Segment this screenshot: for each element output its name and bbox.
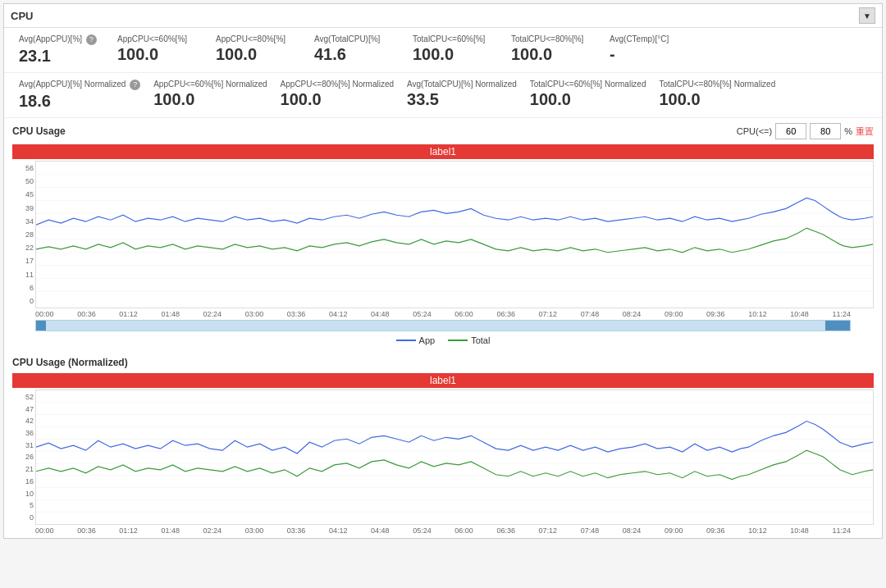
metric-label-totalcpu-60-norm: TotalCPU<=60%[%] Normalized — [530, 80, 646, 89]
metric-label-totalcpu-80: TotalCPU<=80%[%] — [511, 34, 596, 43]
metric-value-avg-totalcpu: 41.6 — [314, 45, 400, 64]
cpu-norm-xaxis: 00:00 00:36 01:12 01:48 02:24 03:00 03:3… — [12, 525, 874, 535]
metric-avg-ctemp: Avg(CTemp)[°C] - — [603, 33, 701, 67]
cpu-norm-chart-container: label1 52 47 42 36 31 26 21 16 10 5 0 — [12, 373, 874, 535]
metric-appcpu-60: AppCPU<=60%[%] 100.0 — [111, 33, 209, 67]
metric-label-appcpu-60-norm: AppCPU<=60%[%] Normalized — [153, 80, 267, 89]
metric-label-appcpu-60: AppCPU<=60%[%] — [117, 34, 203, 43]
metric-label-appcpu-80-norm: AppCPU<=80%[%] Normalized — [281, 80, 394, 89]
cpu-usage-chart-container: label1 56 50 45 39 34 28 22 17 11 6 0 — [12, 144, 874, 349]
cpu-norm-label-bar: label1 — [12, 373, 874, 388]
cpu-panel: CPU ▼ Avg(AppCPU)[%] ? 23.1 AppCPU<=60%[… — [3, 3, 883, 539]
metric-value-avg-appcpu: 23.1 — [19, 47, 104, 66]
metrics-row-1: Avg(AppCPU)[%] ? 23.1 AppCPU<=60%[%] 100… — [4, 28, 882, 73]
y-axis-norm-label: 10 — [14, 490, 34, 498]
metric-appcpu-80: AppCPU<=80%[%] 100.0 — [209, 33, 308, 67]
cpu-60-input[interactable]: 60 — [775, 123, 806, 139]
y-axis-label: 28 — [14, 230, 34, 239]
y-axis-label: 34 — [14, 217, 34, 226]
metric-totalcpu-60: TotalCPU<=60%[%] 100.0 — [406, 33, 505, 67]
metric-avg-appcpu-norm: Avg(AppCPU)[%] Normalized ? 18.6 — [12, 78, 147, 112]
y-axis-label: 45 — [14, 190, 34, 198]
metric-value-avg-appcpu-norm: 18.6 — [19, 92, 140, 111]
legend-line-app — [396, 340, 416, 341]
cpu-usage-chart — [36, 162, 873, 308]
metric-value-appcpu-60-norm: 100.0 — [153, 90, 267, 109]
legend-label-total: Total — [471, 335, 490, 345]
metrics-row-2: Avg(AppCPU)[%] Normalized ? 18.6 AppCPU<… — [4, 73, 882, 118]
reset-link[interactable]: 重置 — [856, 125, 874, 138]
y-axis-label: 11 — [14, 271, 34, 279]
metric-value-avg-ctemp: - — [610, 45, 695, 64]
metric-appcpu-80-norm: AppCPU<=80%[%] Normalized 100.0 — [274, 78, 400, 112]
scrollbar-track — [46, 321, 825, 330]
y-axis-norm-label: 21 — [14, 465, 34, 473]
cpu-usage-xaxis: 00:00 00:36 01:12 01:48 02:24 03:00 03:3… — [12, 308, 874, 318]
cpu-usage-title: CPU Usage — [12, 125, 66, 137]
metric-label-avg-appcpu: Avg(AppCPU)[%] ? — [19, 34, 104, 45]
legend-label-app: App — [419, 335, 436, 345]
percent-label: % — [844, 126, 852, 136]
cpu-80-input[interactable]: 80 — [810, 123, 841, 139]
metric-value-totalcpu-80-norm: 100.0 — [660, 90, 776, 109]
cpu-norm-chart — [36, 390, 873, 524]
y-axis-norm-label: 16 — [14, 477, 34, 485]
scrollbar-right-handle[interactable] — [825, 321, 850, 330]
metric-value-appcpu-80: 100.0 — [216, 45, 301, 64]
cpu-usage-scrollbar[interactable] — [35, 320, 851, 331]
metric-totalcpu-60-norm: TotalCPU<=60%[%] Normalized 100.0 — [523, 78, 653, 112]
metric-label-avg-appcpu-norm: Avg(AppCPU)[%] Normalized ? — [19, 80, 140, 90]
y-axis-label: 22 — [14, 244, 34, 252]
y-axis-norm-label: 47 — [14, 405, 34, 413]
metric-appcpu-60-norm: AppCPU<=60%[%] Normalized 100.0 — [147, 78, 273, 112]
y-axis-label: 0 — [14, 297, 34, 305]
metric-avg-totalcpu: Avg(TotalCPU)[%] 41.6 — [308, 33, 406, 67]
metric-label-avg-ctemp: Avg(CTemp)[°C] — [610, 34, 695, 43]
metric-totalcpu-80-norm: TotalCPU<=80%[%] Normalized 100.0 — [653, 78, 783, 112]
metric-avg-appcpu: Avg(AppCPU)[%] ? 23.1 — [12, 33, 111, 67]
metric-avg-totalcpu-norm: Avg(TotalCPU)[%] Normalized 33.5 — [400, 78, 523, 112]
cpu-usage-section-header: CPU Usage CPU(<=) 60 80 % 重置 — [4, 118, 882, 141]
cpu-usage-label-bar: label1 — [12, 144, 874, 159]
metric-value-totalcpu-80: 100.0 — [511, 45, 596, 64]
legend-item-total: Total — [448, 335, 490, 345]
legend-item-app: App — [396, 335, 436, 345]
y-axis-label: 56 — [14, 164, 34, 172]
metric-label-avg-totalcpu: Avg(TotalCPU)[%] — [314, 34, 400, 43]
y-axis-norm-label: 42 — [14, 417, 34, 425]
y-axis-norm-label: 5 — [14, 501, 34, 509]
metric-label-totalcpu-60: TotalCPU<=60%[%] — [413, 34, 498, 43]
y-axis-label: 17 — [14, 257, 34, 265]
metric-value-appcpu-60: 100.0 — [117, 45, 203, 64]
scrollbar-left-handle[interactable] — [36, 321, 46, 330]
cpu-controls: CPU(<=) 60 80 % 重置 — [737, 123, 874, 139]
metric-value-totalcpu-60: 100.0 — [413, 45, 498, 64]
metric-label-avg-totalcpu-norm: Avg(TotalCPU)[%] Normalized — [407, 80, 517, 89]
info-icon-avg-appcpu[interactable]: ? — [86, 34, 97, 45]
metric-value-avg-totalcpu-norm: 33.5 — [407, 90, 517, 109]
y-axis-label: 39 — [14, 204, 34, 212]
y-axis-label: 6 — [14, 284, 34, 292]
y-axis-norm-label: 0 — [14, 513, 34, 522]
metric-label-totalcpu-80-norm: TotalCPU<=80%[%] Normalized — [660, 80, 776, 89]
panel-header: CPU ▼ — [4, 4, 882, 28]
y-axis-norm-label: 36 — [14, 429, 34, 437]
y-axis-norm-label: 31 — [14, 441, 34, 449]
y-axis-label: 50 — [14, 177, 34, 185]
cpu-norm-section-header: CPU Usage (Normalized) — [4, 352, 882, 370]
metric-label-appcpu-80: AppCPU<=80%[%] — [216, 34, 301, 43]
cpu-le-label: CPU(<=) — [737, 126, 772, 136]
y-axis-norm-label: 52 — [14, 393, 34, 401]
metric-totalcpu-80: TotalCPU<=80%[%] 100.0 — [505, 33, 603, 67]
cpu-usage-legend: App Total — [12, 333, 874, 349]
panel-title: CPU — [11, 10, 33, 22]
cpu-norm-title: CPU Usage (Normalized) — [12, 357, 128, 368]
info-icon-avg-appcpu-norm[interactable]: ? — [130, 80, 140, 90]
legend-line-total — [448, 340, 468, 341]
metric-value-appcpu-80-norm: 100.0 — [281, 90, 394, 109]
y-axis-norm-label: 26 — [14, 453, 34, 461]
metric-value-totalcpu-60-norm: 100.0 — [530, 90, 646, 109]
collapse-button[interactable]: ▼ — [859, 7, 875, 24]
